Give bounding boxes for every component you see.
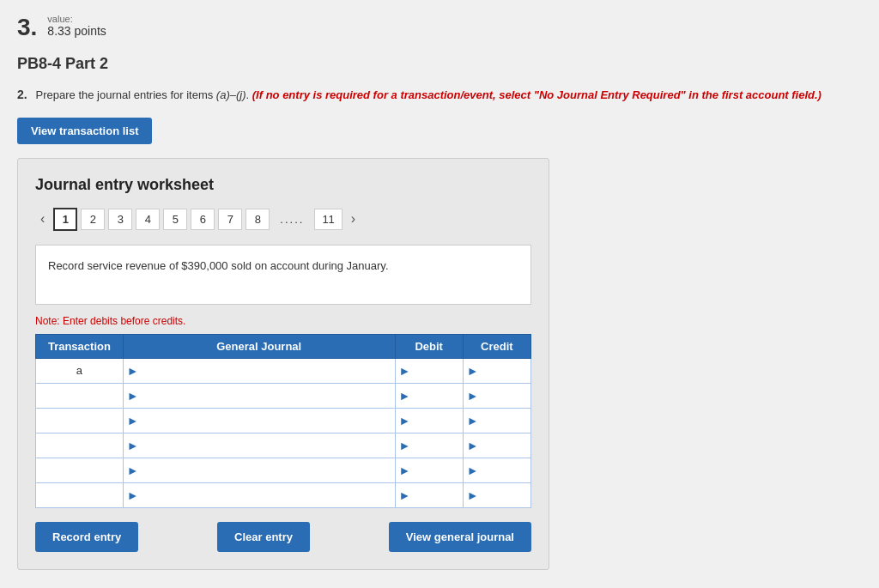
view-transaction-list-button[interactable]: View transaction list [17, 118, 152, 144]
question-meta: value: 8.33 points [47, 14, 106, 38]
table-row: ► ► ► [36, 383, 531, 408]
journal-input-5[interactable] [142, 458, 395, 482]
journal-cell-5[interactable]: ► [123, 458, 395, 482]
view-general-journal-button[interactable]: View general journal [389, 522, 531, 552]
debit-input-1[interactable] [414, 359, 462, 383]
credit-cell-3[interactable]: ► [463, 408, 530, 433]
table-row: ► ► ► [36, 482, 531, 507]
pagination-page-2[interactable]: 2 [81, 209, 105, 230]
worksheet-title: Journal entry worksheet [35, 176, 531, 194]
pagination-ellipsis: ..... [273, 209, 311, 229]
debit-input-3[interactable] [414, 409, 462, 433]
points-value: 8.33 points [47, 24, 106, 38]
clear-entry-button[interactable]: Clear entry [217, 522, 310, 552]
journal-cell-2[interactable]: ► [123, 383, 395, 408]
pagination-page-4[interactable]: 4 [136, 209, 160, 230]
journal-table: Transaction General Journal Debit Credit… [35, 334, 531, 508]
instructions: 2. Prepare the journal entries for items… [17, 87, 862, 104]
debit-arrow-1: ► [396, 364, 415, 378]
credit-arrow-2: ► [464, 389, 482, 403]
credit-arrow-4: ► [464, 439, 482, 452]
debit-input-4[interactable] [414, 433, 462, 458]
credit-cell-6[interactable]: ► [463, 482, 530, 507]
journal-cell-4[interactable]: ► [123, 433, 395, 458]
credit-input-4[interactable] [482, 433, 530, 458]
table-row: a ► ► ► [36, 358, 531, 383]
value-label: value: [47, 14, 106, 24]
journal-cell-3[interactable]: ► [123, 408, 395, 433]
transaction-cell-3 [36, 408, 124, 433]
pagination-next[interactable]: › [346, 208, 361, 230]
credit-cell-2[interactable]: ► [463, 383, 530, 408]
col-header-transaction: Transaction [36, 334, 124, 358]
debit-cell-5[interactable]: ► [395, 458, 463, 482]
debit-cell-1[interactable]: ► [395, 358, 463, 383]
pagination-page-8[interactable]: 8 [246, 209, 270, 230]
journal-input-4[interactable] [142, 433, 395, 458]
pagination: ‹ 1 2 3 4 5 6 7 8 ..... 11 › [35, 208, 531, 231]
journal-arrow-4: ► [124, 439, 142, 452]
transaction-cell-4 [36, 433, 124, 458]
credit-arrow-6: ► [464, 488, 482, 502]
pagination-page-6[interactable]: 6 [191, 209, 215, 230]
pagination-page-1[interactable]: 1 [53, 208, 77, 231]
journal-input-6[interactable] [142, 483, 395, 507]
question-header: 3. value: 8.33 points [17, 14, 862, 41]
credit-input-5[interactable] [482, 458, 530, 482]
debit-input-2[interactable] [414, 384, 462, 408]
debit-arrow-4: ► [396, 439, 415, 452]
table-row: ► ► ► [36, 458, 531, 482]
pagination-page-11[interactable]: 11 [314, 209, 342, 230]
credit-input-6[interactable] [482, 483, 530, 507]
journal-arrow-3: ► [124, 414, 142, 427]
col-header-general-journal: General Journal [123, 334, 395, 358]
debit-cell-6[interactable]: ► [395, 482, 463, 507]
note-text: Note: Enter debits before credits. [35, 315, 531, 327]
pagination-page-5[interactable]: 5 [163, 209, 187, 230]
col-header-debit: Debit [395, 334, 463, 358]
journal-arrow-6: ► [124, 488, 142, 502]
instruction-item-num: 2. [17, 88, 27, 101]
transaction-cell-1: a [36, 358, 124, 383]
debit-cell-4[interactable]: ► [395, 433, 463, 458]
debit-arrow-3: ► [396, 414, 415, 427]
table-row: ► ► ► [36, 433, 531, 458]
credit-cell-1[interactable]: ► [463, 358, 530, 383]
journal-input-1[interactable] [142, 359, 395, 383]
debit-input-6[interactable] [414, 483, 462, 507]
journal-arrow-5: ► [124, 464, 142, 477]
worksheet-container: Journal entry worksheet ‹ 1 2 3 4 5 6 7 … [17, 158, 549, 570]
journal-input-3[interactable] [142, 409, 395, 433]
transaction-cell-5 [36, 458, 124, 482]
transaction-cell-2 [36, 383, 124, 408]
question-number: 3. [17, 14, 37, 41]
debit-arrow-6: ► [396, 488, 415, 502]
description-box: Record service revenue of $390,000 sold … [35, 245, 531, 305]
debit-cell-2[interactable]: ► [395, 383, 463, 408]
credit-cell-4[interactable]: ► [463, 433, 530, 458]
debit-input-5[interactable] [414, 458, 462, 482]
transaction-cell-6 [36, 482, 124, 507]
journal-cell-6[interactable]: ► [123, 482, 395, 507]
part-title: PB8-4 Part 2 [17, 55, 862, 73]
pagination-page-3[interactable]: 3 [108, 209, 132, 230]
credit-input-1[interactable] [482, 359, 530, 383]
journal-cell-1[interactable]: ► [123, 358, 395, 383]
action-button-row: Record entry Clear entry View general jo… [35, 522, 531, 552]
instruction-highlight: (If no entry is required for a transacti… [252, 88, 821, 101]
pagination-page-7[interactable]: 7 [218, 209, 242, 230]
col-header-credit: Credit [463, 334, 530, 358]
debit-cell-3[interactable]: ► [395, 408, 463, 433]
journal-input-2[interactable] [142, 384, 395, 408]
page-container: 3. value: 8.33 points PB8-4 Part 2 2. Pr… [0, 0, 879, 588]
credit-cell-5[interactable]: ► [463, 458, 530, 482]
credit-input-2[interactable] [482, 384, 530, 408]
credit-input-3[interactable] [482, 409, 530, 433]
record-entry-button[interactable]: Record entry [35, 522, 138, 552]
credit-arrow-5: ► [464, 464, 482, 477]
credit-arrow-3: ► [464, 414, 482, 427]
debit-arrow-5: ► [396, 464, 415, 477]
pagination-prev[interactable]: ‹ [35, 208, 50, 230]
instruction-text-before: Prepare the journal entries for items (a… [36, 88, 821, 101]
table-row: ► ► ► [36, 408, 531, 433]
